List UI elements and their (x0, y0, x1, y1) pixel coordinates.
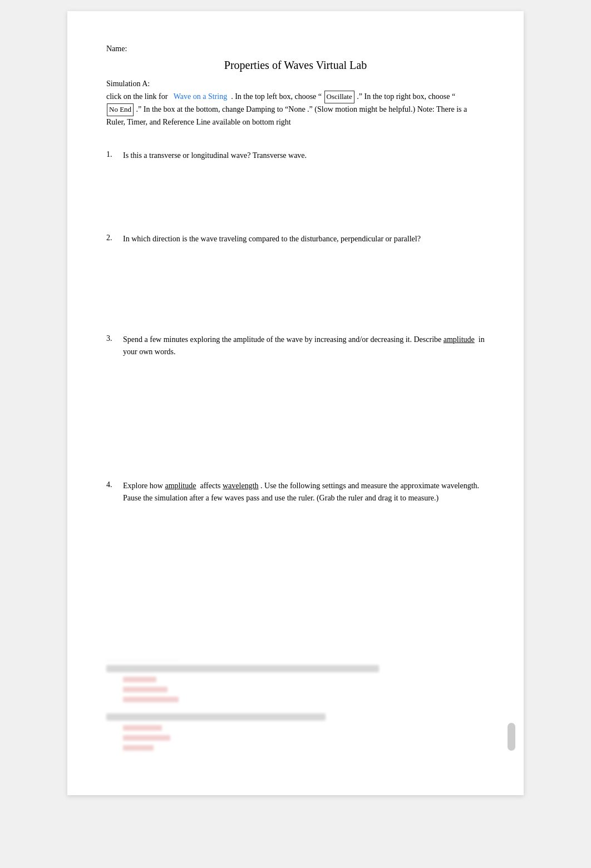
blurred-item-2b (123, 735, 485, 741)
question-4-text-before: Explore how (123, 482, 165, 490)
question-content-1: Is this a transverse or longitudinal wav… (123, 150, 485, 223)
question-3-text-before: Spend a few minutes exploring the amplit… (123, 335, 444, 344)
question-4-underline-wavelength: wavelength (223, 482, 259, 490)
question-content-3: Spend a few minutes exploring the amplit… (123, 334, 485, 470)
blurred-item-1b (123, 687, 485, 692)
intro-paragraph: click on the link for Wave on a String .… (106, 91, 485, 128)
question-number-4: 4. (106, 480, 123, 644)
question-item-3: 3. Spend a few minutes exploring the amp… (106, 324, 485, 470)
blurred-group-2 (106, 713, 485, 751)
page-container: Name: Properties of Waves Virtual Lab Si… (67, 11, 524, 795)
blurred-item-2c (123, 745, 485, 751)
wave-on-string-link[interactable]: Wave on a String (174, 92, 227, 101)
dotted-separator (106, 660, 179, 661)
question-item-2: 2. In which direction is the wave travel… (106, 223, 485, 323)
question-item-4: 4. Explore how amplitude affects wavelen… (106, 470, 485, 644)
question-1-text: Is this a transverse or longitudinal wav… (123, 151, 307, 160)
blurred-main-line-1 (106, 665, 379, 672)
question-4-underline-amplitude: amplitude (165, 482, 196, 490)
question-content-4: Explore how amplitude affects wavelength… (123, 480, 485, 644)
question-4-text-middle: affects (196, 482, 223, 490)
blurred-section (106, 660, 485, 751)
blurred-item-1a (123, 677, 485, 682)
intro-text-2: .” In the top right box, choose “ (357, 92, 455, 101)
name-field: Name: (106, 44, 485, 53)
questions-list: 1. Is this a transverse or longitudinal … (106, 140, 485, 643)
scroll-indicator[interactable] (508, 723, 515, 751)
question-number-1: 1. (106, 150, 123, 223)
page-title: Properties of Waves Virtual Lab (106, 59, 485, 72)
blurred-item-2a (123, 725, 485, 731)
question-content-2: In which direction is the wave traveling… (123, 233, 485, 323)
question-number-2: 2. (106, 233, 123, 323)
no-end-box: No End (107, 103, 134, 116)
blurred-item-1c (123, 697, 485, 702)
question-3-underline: amplitude (444, 335, 475, 344)
intro-text-after-link: . In the top left box, choose “ (229, 92, 322, 101)
simulation-label: Simulation A: (106, 80, 485, 88)
question-number-3: 3. (106, 334, 123, 470)
blurred-group-1 (106, 665, 485, 702)
blurred-main-line-2 (106, 713, 326, 721)
question-2-text: In which direction is the wave traveling… (123, 235, 421, 243)
intro-text-3: .” In the box at the bottom, change Damp… (106, 105, 467, 126)
question-item-1: 1. Is this a transverse or longitudinal … (106, 140, 485, 223)
intro-text-before-link: click on the link for (106, 92, 168, 101)
oscillate-box: Oscillate (324, 91, 354, 103)
